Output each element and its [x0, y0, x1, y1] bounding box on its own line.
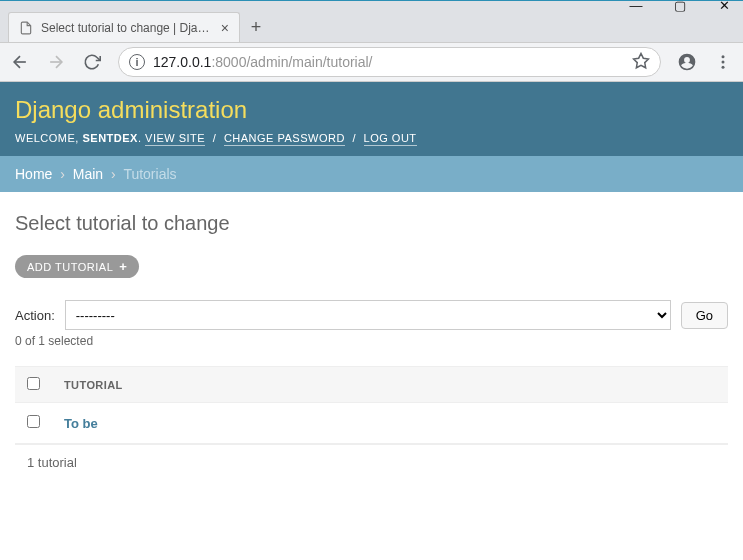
profile-icon[interactable] [677, 52, 697, 72]
welcome-text: WELCOME, [15, 132, 79, 144]
action-select[interactable]: --------- [65, 300, 671, 330]
action-label: Action: [15, 308, 55, 323]
window-controls: — ▢ ✕ [0, 1, 743, 10]
url-input[interactable]: i 127.0.0.1:8000/admin/main/tutorial/ [118, 47, 661, 77]
table-row: To be [15, 403, 728, 444]
row-link[interactable]: To be [64, 416, 98, 431]
star-icon[interactable] [632, 52, 650, 73]
forward-button[interactable] [46, 52, 66, 72]
plus-icon: + [119, 259, 127, 274]
svg-point-3 [722, 55, 725, 58]
menu-icon[interactable] [713, 52, 733, 72]
add-button-label: ADD TUTORIAL [27, 261, 113, 273]
breadcrumb-current: Tutorials [123, 166, 176, 182]
page-icon [19, 21, 33, 35]
svg-marker-2 [634, 53, 649, 67]
page-title: Select tutorial to change [15, 212, 728, 235]
table-header-row: TUTORIAL [15, 367, 728, 403]
paginator: 1 tutorial [15, 444, 728, 480]
minimize-button[interactable]: — [629, 0, 643, 13]
admin-header: Django administration WELCOME, SENTDEX. … [0, 82, 743, 156]
tab-bar: Select tutorial to change | Django × + [0, 10, 743, 42]
breadcrumb: Home › Main › Tutorials [0, 156, 743, 192]
browser-chrome: — ▢ ✕ Select tutorial to change | Django… [0, 0, 743, 82]
column-header[interactable]: TUTORIAL [52, 367, 728, 403]
username: SENTDEX [82, 132, 137, 144]
svg-point-5 [722, 66, 725, 69]
svg-point-4 [722, 61, 725, 64]
browser-tab[interactable]: Select tutorial to change | Django × [8, 12, 240, 42]
url-text: 127.0.0.1:8000/admin/main/tutorial/ [153, 54, 624, 70]
close-tab-icon[interactable]: × [221, 20, 229, 36]
add-tutorial-button[interactable]: ADD TUTORIAL + [15, 255, 139, 278]
new-tab-button[interactable]: + [240, 12, 272, 42]
go-button[interactable]: Go [681, 302, 728, 329]
maximize-button[interactable]: ▢ [673, 0, 687, 13]
reload-button[interactable] [82, 52, 102, 72]
selection-count: 0 of 1 selected [15, 334, 728, 348]
close-window-button[interactable]: ✕ [717, 0, 731, 13]
view-site-link[interactable]: VIEW SITE [145, 132, 205, 146]
tab-title: Select tutorial to change | Django [41, 21, 213, 35]
logout-link[interactable]: LOG OUT [364, 132, 417, 146]
back-button[interactable] [10, 52, 30, 72]
row-checkbox[interactable] [27, 415, 40, 428]
site-info-icon[interactable]: i [129, 54, 145, 70]
content: Select tutorial to change ADD TUTORIAL +… [0, 192, 743, 500]
breadcrumb-app[interactable]: Main [73, 166, 103, 182]
address-bar: i 127.0.0.1:8000/admin/main/tutorial/ [0, 42, 743, 82]
select-all-checkbox[interactable] [27, 377, 40, 390]
breadcrumb-home[interactable]: Home [15, 166, 52, 182]
change-password-link[interactable]: CHANGE PASSWORD [224, 132, 345, 146]
site-title[interactable]: Django administration [15, 96, 728, 124]
results-table: TUTORIAL To be [15, 366, 728, 444]
action-row: Action: --------- Go [15, 300, 728, 330]
user-tools: WELCOME, SENTDEX. VIEW SITE / CHANGE PAS… [15, 132, 728, 144]
